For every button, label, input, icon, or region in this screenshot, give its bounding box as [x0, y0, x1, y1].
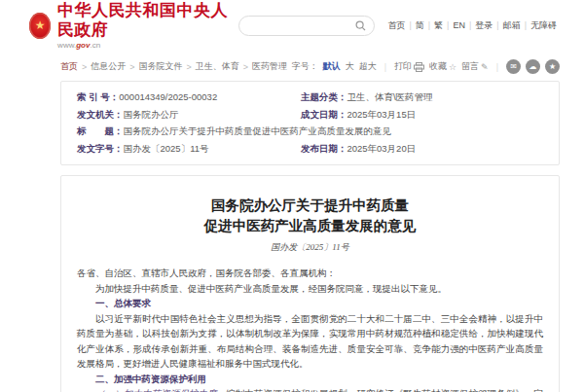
document-text: 各省、自治区、直辖市人民政府，国务院各部委、各直属机构： 为加快提升中药质量、促…: [77, 267, 543, 392]
section-2-item-1: （一）加大中药资源保护力度。编制中药资源保护和发展规划，研究修订《野生药材资源保…: [77, 387, 543, 392]
section-1-heading: 一、总体要求: [77, 297, 543, 312]
info-title: 标 题：国务院办公厅关于提升中药质量促进中医药产业高质量发展的意见: [77, 125, 543, 139]
info-value: 2025年03月20日: [347, 143, 416, 154]
document-title: 国务院办公厅关于提升中药质量 促进中医药产业高质量发展的意见: [77, 196, 543, 236]
info-label: 发布日期：: [301, 143, 347, 154]
share-weibo-icon[interactable]: ☁: [526, 59, 540, 74]
share-qzone-icon[interactable]: ★: [545, 59, 560, 74]
info-value: 2025年03月15日: [347, 109, 416, 120]
font-size-label: 字号：: [292, 60, 318, 73]
site-header: ★ 中华人民共和国中央人民政府 www.gov.cn 首页 | 简 | 繁 | …: [0, 0, 584, 51]
nav-home[interactable]: 首页: [387, 19, 405, 32]
info-value: 国务院办公厅关于提升中药质量促进中医药产业高质量发展的意见: [124, 125, 392, 136]
favorite-button[interactable]: 收藏 ☆: [429, 60, 456, 73]
crumb-toolbar-row: 首页 > 信息公开 > 国务院文件 > 卫生、体育 > 医药管理 字号： 默认 …: [60, 59, 560, 74]
print-button[interactable]: 打印: [394, 60, 424, 73]
breadcrumb-state-council-docs[interactable]: 国务院文件: [139, 60, 183, 73]
share-wechat-icon[interactable]: ✉: [506, 59, 521, 74]
font-size-xlarge-button[interactable]: 超大: [359, 60, 377, 73]
pencil-icon: ✎: [481, 62, 489, 72]
nav-divider: |: [409, 20, 411, 30]
breadcrumb-separator: >: [82, 62, 87, 72]
main-column: 首页 > 信息公开 > 国务院文件 > 卫生、体育 > 医药管理 字号： 默认 …: [60, 59, 560, 392]
nav-accessibility[interactable]: 无障碍: [530, 19, 557, 32]
nav-english[interactable]: EN: [453, 20, 465, 30]
breadcrumb-home[interactable]: 首页: [60, 60, 78, 73]
font-size-large-button[interactable]: 大: [346, 60, 354, 73]
nav-divider: |: [525, 20, 527, 30]
nav-mail[interactable]: 邮箱: [503, 19, 521, 32]
site-url-prefix: www.: [57, 41, 76, 50]
nav-traditional[interactable]: 繁: [434, 19, 443, 32]
document-info-table: 索 引 号：000014349/2025-00032 主题分类：卫生、体育\医药…: [60, 81, 560, 165]
info-label: 主题分类：: [301, 91, 347, 102]
info-issuing-agency: 发文机关：国务院办公厅: [77, 108, 301, 123]
breadcrumb: 首页 > 信息公开 > 国务院文件 > 卫生、体育 > 医药管理: [60, 60, 287, 73]
search-icon[interactable]: [355, 20, 366, 31]
breadcrumb-separator: >: [243, 62, 248, 72]
document-title-line1: 国务院办公厅关于提升中药质量: [211, 197, 409, 213]
nav-divider: |: [469, 20, 471, 30]
info-publish-date: 发布日期：2025年03月20日: [301, 142, 543, 157]
site-url-suffix: .cn: [90, 41, 100, 50]
breadcrumb-health-sports[interactable]: 卫生、体育: [196, 60, 239, 73]
nav-simplified[interactable]: 简: [416, 19, 424, 32]
site-url: www.gov.cn: [57, 41, 238, 50]
favorite-label: 收藏: [429, 60, 447, 73]
info-label: 发文机关：: [77, 109, 124, 120]
info-document-number: 发文字号：国办发〔2025〕11号: [77, 142, 301, 157]
site-logo[interactable]: ★ 中华人民共和国中央人民政府 www.gov.cn: [29, 1, 238, 49]
document-body-panel: 国务院办公厅关于提升中药质量 促进中医药产业高质量发展的意见 国办发〔2025〕…: [60, 175, 560, 392]
breadcrumb-pharma-admin[interactable]: 医药管理: [252, 60, 287, 73]
nav-divider: |: [447, 20, 449, 30]
breadcrumb-separator: >: [129, 62, 134, 72]
page-tools: 字号： 默认 大 超大 | 打印 收藏 ☆ 留言 ✎ | ✉ ☁ ★: [292, 59, 560, 74]
nav-login[interactable]: 登录: [475, 19, 493, 32]
document-number-subtitle: 国办发〔2025〕11号: [77, 241, 543, 254]
info-label: 发文字号：: [77, 143, 124, 154]
print-label: 打印: [394, 60, 412, 73]
info-label: 索 引 号：: [77, 91, 119, 102]
logo-text: 中华人民共和国中央人民政府 www.gov.cn: [57, 1, 238, 49]
document-title-line2: 促进中医药产业高质量发展的意见: [204, 218, 417, 233]
info-topic-category: 主题分类：卫生、体育\医药管理: [301, 90, 543, 105]
comment-label: 留言: [461, 60, 479, 73]
tools-divider: |: [496, 62, 498, 72]
salutation-paragraph: 各省、自治区、直辖市人民政府，国务院各部委、各直属机构：: [77, 267, 543, 282]
search-input[interactable]: [247, 19, 355, 31]
info-label: 成文日期：: [301, 109, 347, 120]
national-emblem-icon: ★: [29, 13, 51, 39]
info-index-number: 索 引 号：000014349/2025-00032: [77, 90, 301, 105]
section-1-paragraph: 以习近平新时代中国特色社会主义思想为指导，全面贯彻党的二十大和二十届二中、三中全…: [77, 312, 543, 373]
info-value: 卫生、体育\医药管理: [347, 91, 432, 102]
star-icon: ☆: [449, 62, 456, 72]
top-nav: 首页 | 简 | 繁 | EN | 登录 | 邮箱 | 无障碍: [387, 19, 557, 32]
info-label: 标 题：: [77, 125, 124, 136]
breadcrumb-separator: >: [187, 62, 192, 72]
info-value: 国办发〔2025〕11号: [124, 143, 209, 154]
tools-divider: |: [384, 62, 386, 72]
printer-icon: [414, 62, 424, 72]
comment-button[interactable]: 留言 ✎: [461, 60, 489, 73]
section-2-heading: 二、加强中药资源保护利用: [77, 373, 543, 388]
font-size-default-button[interactable]: 默认: [323, 60, 341, 73]
nav-divider: |: [496, 20, 498, 30]
breadcrumb-info-disclosure[interactable]: 信息公开: [91, 60, 126, 73]
info-value: 国务院办公厅: [124, 109, 179, 120]
search-box[interactable]: [238, 16, 375, 36]
site-url-mid: gov: [76, 41, 90, 50]
info-value: 000014349/2025-00032: [119, 91, 217, 102]
site-title: 中华人民共和国中央人民政府: [57, 1, 238, 39]
intro-paragraph: 为加快提升中药质量、促进中医药产业高质量发展，经国务院同意，现提出以下意见。: [77, 282, 543, 298]
info-written-date: 成文日期：2025年03月15日: [301, 108, 543, 123]
nav-divider: |: [428, 20, 430, 30]
